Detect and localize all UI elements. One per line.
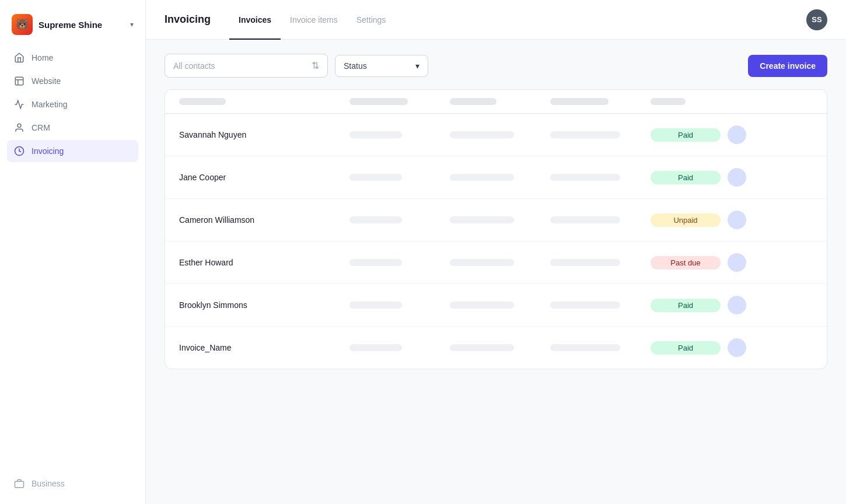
cell-skeleton	[550, 302, 620, 309]
sidebar-bottom: Business	[0, 473, 145, 495]
create-invoice-button[interactable]: Create invoice	[748, 55, 827, 77]
invoice-name: Esther Howard	[179, 258, 342, 267]
sidebar-item-website[interactable]: Website	[7, 70, 138, 92]
table-row[interactable]: Savannah Nguyen Paid	[165, 114, 827, 156]
cell-skeleton	[450, 216, 514, 223]
status-filter[interactable]: Status ▾	[335, 55, 428, 77]
cell-skeleton	[550, 344, 620, 351]
marketing-icon	[14, 99, 25, 110]
cell-skeleton	[450, 131, 514, 138]
status-badge: Paid	[651, 299, 721, 312]
home-icon	[14, 52, 25, 63]
cell-skeleton	[450, 259, 514, 266]
sidebar-label-home: Home	[32, 53, 53, 62]
table-row[interactable]: Jane Cooper Paid	[165, 156, 827, 199]
topbar: Invoicing Invoices Invoice items Setting…	[146, 0, 846, 40]
col-header-2	[349, 98, 408, 105]
chevron-down-icon: ▾	[130, 20, 134, 29]
sidebar-label-marketing: Marketing	[32, 100, 67, 109]
invoicing-icon	[14, 146, 25, 156]
col-header-3	[450, 98, 497, 105]
sidebar-label-crm: CRM	[32, 123, 50, 132]
business-icon	[14, 478, 25, 489]
avatar	[728, 253, 746, 272]
col-header-4	[550, 98, 609, 105]
tab-invoice-items[interactable]: Invoice items	[281, 1, 347, 40]
sidebar-label-business: Business	[32, 479, 65, 488]
cell-skeleton	[349, 216, 402, 223]
tabs: Invoices Invoice items Settings	[229, 0, 395, 39]
invoices-table: Savannah Nguyen Paid Jane Cooper Paid Ca…	[165, 89, 827, 369]
crm-icon	[14, 123, 25, 133]
tab-settings[interactable]: Settings	[347, 1, 396, 40]
sidebar-item-business[interactable]: Business	[7, 473, 138, 495]
cell-skeleton	[550, 174, 620, 181]
status-label: Status	[344, 61, 367, 71]
cell-skeleton	[550, 131, 620, 138]
website-icon	[14, 76, 25, 86]
sidebar-label-website: Website	[32, 76, 61, 86]
svg-rect-0	[15, 77, 23, 85]
avatar	[728, 168, 746, 187]
avatar	[728, 125, 746, 144]
brand-logo: 🐻	[12, 14, 33, 35]
contacts-filter[interactable]: All contacts ⇅	[165, 54, 328, 78]
col-header-name	[179, 98, 226, 105]
sidebar-item-crm[interactable]: CRM	[7, 117, 138, 139]
invoice-name: Invoice_Name	[179, 343, 342, 352]
cell-skeleton	[349, 174, 402, 181]
main-content: Invoicing Invoices Invoice items Setting…	[146, 0, 846, 504]
brand-header[interactable]: 🐻 Supreme Shine ▾	[0, 9, 145, 47]
sidebar-nav: Home Website Marketing CRM Invoicing	[0, 47, 145, 473]
contacts-placeholder: All contacts	[173, 61, 215, 71]
brand-name: Supreme Shine	[39, 20, 102, 30]
table-row[interactable]: Brooklyn Simmons Paid	[165, 284, 827, 327]
chevron-down-icon: ▾	[415, 61, 419, 71]
table-row[interactable]: Cameron Williamson Unpaid	[165, 199, 827, 242]
svg-rect-3	[15, 481, 24, 488]
sidebar-item-marketing[interactable]: Marketing	[7, 93, 138, 116]
status-badge: Paid	[651, 171, 721, 184]
avatar	[728, 338, 746, 357]
cell-skeleton	[349, 344, 402, 351]
sidebar-label-invoicing: Invoicing	[32, 146, 64, 156]
cell-skeleton	[550, 259, 620, 266]
sidebar-item-home[interactable]: Home	[7, 47, 138, 69]
col-header-5	[651, 98, 686, 105]
cell-skeleton	[450, 174, 514, 181]
tab-invoices[interactable]: Invoices	[229, 1, 281, 40]
invoice-name: Jane Cooper	[179, 173, 342, 182]
content-area: All contacts ⇅ Status ▾ Create invoice	[146, 40, 846, 504]
svg-point-1	[18, 124, 21, 127]
selector-icon: ⇅	[312, 60, 319, 71]
filters-row: All contacts ⇅ Status ▾ Create invoice	[165, 54, 827, 78]
avatar	[728, 296, 746, 314]
status-badge: Unpaid	[651, 214, 721, 227]
invoice-name: Savannah Nguyen	[179, 130, 342, 139]
status-badge: Paid	[651, 341, 721, 355]
page-title: Invoicing	[165, 13, 211, 26]
cell-skeleton	[550, 216, 620, 223]
cell-skeleton	[450, 344, 514, 351]
invoice-name: Brooklyn Simmons	[179, 300, 342, 310]
invoice-name: Cameron Williamson	[179, 215, 342, 225]
cell-skeleton	[349, 302, 402, 309]
cell-skeleton	[349, 259, 402, 266]
sidebar-item-invoicing[interactable]: Invoicing	[7, 140, 138, 162]
table-row[interactable]: Invoice_Name Paid	[165, 327, 827, 369]
sidebar: 🐻 Supreme Shine ▾ Home Website Marketing…	[0, 0, 146, 504]
avatar[interactable]: SS	[806, 9, 827, 30]
table-header	[165, 90, 827, 114]
cell-skeleton	[450, 302, 514, 309]
status-badge: Paid	[651, 128, 721, 142]
cell-skeleton	[349, 131, 402, 138]
status-badge: Past due	[651, 256, 721, 270]
table-row[interactable]: Esther Howard Past due	[165, 242, 827, 284]
avatar	[728, 211, 746, 229]
